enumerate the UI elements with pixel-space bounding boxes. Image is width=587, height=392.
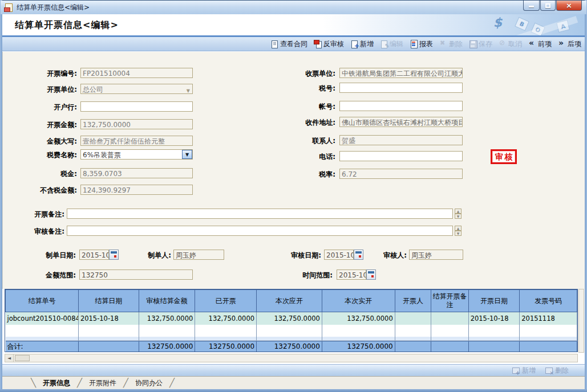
scroll-left-arrow-icon[interactable]: ◄ xyxy=(5,354,14,362)
meta-field-1[interactable]: 周玉婷 xyxy=(173,250,224,260)
tab-invoice-info[interactable]: 开票信息 xyxy=(37,378,76,388)
spinner-up-icon[interactable]: ▲ xyxy=(455,209,461,214)
right-field-3[interactable]: 佛山市顺德区杏坛镇右滩村江顺大桥项目 xyxy=(339,117,463,127)
decorative-stripe xyxy=(495,16,578,35)
field-label: 收件地址: xyxy=(271,118,335,128)
window-border xyxy=(0,0,2,392)
total-cell xyxy=(431,341,468,352)
spinner-down-icon[interactable]: ▼ xyxy=(455,214,461,219)
remark-field-0[interactable] xyxy=(67,209,453,219)
left-field-6[interactable]: 8,359.0703 xyxy=(80,168,193,178)
right-field-2[interactable] xyxy=(339,101,463,111)
left-field-3[interactable]: 132,750.0000 xyxy=(80,119,193,129)
empty-cell xyxy=(6,325,79,337)
tab-separator-icon: ╱ xyxy=(123,378,128,388)
window-border xyxy=(585,0,587,392)
app-window: 结算单开票信息<编辑> × 结算单开票信息<编辑> $ B O A 查看合同反审… xyxy=(0,0,587,392)
column-header: 结算日期 xyxy=(78,290,139,312)
scrollbar-thumb[interactable] xyxy=(15,355,30,361)
spinner-up-icon[interactable]: ▲ xyxy=(455,226,461,231)
empty-cell xyxy=(139,337,195,341)
field-value: 124,390.9297 xyxy=(83,186,131,194)
minimize-button[interactable] xyxy=(523,1,540,11)
remark-spinner[interactable]: ▲▼ xyxy=(455,209,461,219)
left-field-7[interactable]: 124,390.9297 xyxy=(80,185,193,195)
grid-horizontal-scrollbar[interactable]: ◄ xyxy=(5,354,578,362)
next-button[interactable]: 后项 xyxy=(558,39,581,49)
unaudit-button[interactable]: 反审核 xyxy=(314,39,344,49)
add-button-label: 新增 xyxy=(360,39,374,49)
table-cell[interactable]: 2015-10-18 xyxy=(468,312,520,325)
empty-cell xyxy=(195,337,257,341)
table-cell[interactable]: 132,750.0000 xyxy=(257,312,322,325)
tab-invoice-attachment[interactable]: 开票附件 xyxy=(83,378,122,388)
right-field-4[interactable]: 贺盛 xyxy=(339,135,463,145)
table-cell[interactable]: 2015-10-18 xyxy=(78,312,139,325)
tab-edge-icon: ╲ xyxy=(31,378,36,388)
table-cell[interactable]: 20151118 xyxy=(520,312,577,325)
dropdown-arrow-icon[interactable]: ▼ xyxy=(182,150,192,159)
spinner-down-icon[interactable]: ▼ xyxy=(455,231,461,236)
table-cell[interactable] xyxy=(431,312,468,325)
remark-field-1[interactable] xyxy=(67,226,453,236)
tab-collaboration[interactable]: 协同办公 xyxy=(129,378,168,388)
meta-field-2[interactable]: 2015-10-18 xyxy=(324,250,354,260)
cancel-button[interactable]: 取消 xyxy=(499,39,522,49)
field-value: 6.72 xyxy=(342,170,357,178)
range-field-0[interactable]: 132750 xyxy=(79,270,193,280)
close-button[interactable]: × xyxy=(556,1,582,11)
range-field-1[interactable]: 2015-10-18 xyxy=(337,270,366,280)
empty-cell xyxy=(195,325,257,337)
minimize-icon xyxy=(529,6,534,7)
calendar-icon[interactable] xyxy=(354,250,363,260)
view-contract-button[interactable]: 查看合同 xyxy=(270,39,307,49)
prev-button[interactable]: 前项 xyxy=(528,39,552,49)
total-cell xyxy=(78,341,139,352)
edit-button[interactable]: 编辑 xyxy=(380,39,403,49)
field-value: 佛山市顺德区杏坛镇右滩村江顺大桥项目 xyxy=(342,119,463,126)
right-field-6[interactable]: 6.72 xyxy=(339,169,463,179)
empty-cell xyxy=(431,325,468,337)
field-value: 中铁港航局集团第二工程有限公司江顺大 xyxy=(342,70,463,77)
maximize-button[interactable] xyxy=(540,1,556,11)
table-cell[interactable]: 132,750.0000 xyxy=(195,312,257,325)
save-button[interactable]: 保存 xyxy=(469,39,492,49)
calendar-icon[interactable] xyxy=(366,270,376,280)
decorative-block-o: O xyxy=(531,23,545,35)
tab-separator-icon: ╱ xyxy=(77,378,82,388)
right-field-0[interactable]: 中铁港航局集团第二工程有限公司江顺大 xyxy=(339,68,463,78)
field-label: 开票编号: xyxy=(9,69,77,79)
meta-field-0[interactable]: 2015-10-18 xyxy=(79,250,109,260)
grid-add-button[interactable]: 新增 xyxy=(512,366,536,375)
app-icon xyxy=(5,3,13,12)
column-header: 本次实开 xyxy=(322,290,395,312)
report-button[interactable]: 报表 xyxy=(410,39,433,49)
empty-cell xyxy=(468,325,520,337)
grid-delete-button[interactable]: 删除 xyxy=(545,366,569,375)
cancel-icon xyxy=(499,40,507,48)
delete-button[interactable]: 删除 xyxy=(439,39,463,49)
table-cell[interactable]: 132,750.0000 xyxy=(139,312,195,325)
field-label: 税率: xyxy=(271,170,335,179)
remark-spinner[interactable]: ▲▼ xyxy=(455,226,461,236)
prev-button-label: 前项 xyxy=(538,39,552,49)
calendar-icon[interactable] xyxy=(109,250,119,260)
total-cell: 132750.0000 xyxy=(195,341,257,352)
prev-icon xyxy=(528,40,536,48)
left-field-0[interactable]: FP201510004 xyxy=(80,68,193,78)
left-field-5[interactable]: 6%吊装普票▼ xyxy=(80,149,193,160)
right-field-1[interactable] xyxy=(339,83,463,93)
unit-dropdown[interactable]: 总公司 xyxy=(80,84,193,94)
table-cell[interactable] xyxy=(395,312,431,325)
total-cell: 132750.0000 xyxy=(139,341,195,352)
field-label: 联系人: xyxy=(271,136,335,146)
add-button[interactable]: 新增 xyxy=(350,39,374,49)
meta-field-3[interactable]: 周玉婷 xyxy=(409,250,463,260)
field-label: 税金: xyxy=(9,169,77,179)
table-cell[interactable]: jobcount201510-0084 xyxy=(6,312,79,325)
grid-vertical-scrollbar[interactable] xyxy=(578,289,584,353)
left-field-2[interactable] xyxy=(80,101,193,112)
left-field-4[interactable]: 壹拾叁万贰仟柒佰伍拾元整 xyxy=(80,136,193,146)
table-cell[interactable]: 132,750.0000 xyxy=(322,312,395,325)
right-field-5[interactable] xyxy=(339,151,463,161)
